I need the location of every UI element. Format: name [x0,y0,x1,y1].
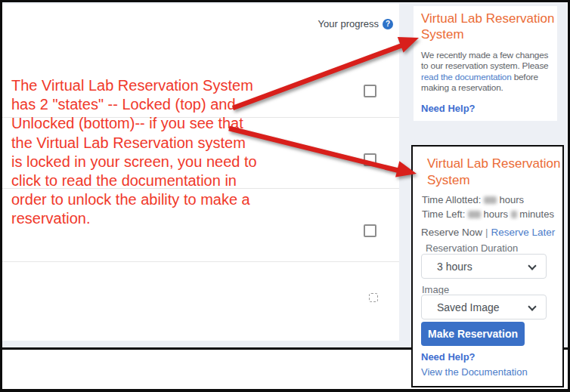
auto-completion-checkbox [369,293,378,302]
time-allotted-label: Time Allotted: [422,194,481,205]
read-documentation-link[interactable]: read the documentation [421,72,512,82]
duration-selected-value: 3 hours [437,261,472,273]
time-left-hours-redacted [468,211,481,218]
time-left-hours-unit: hours [484,208,509,220]
reserve-now-tab[interactable]: Reserve Now [421,227,482,238]
reserve-tabs: Reserve Now|Reserve Later [421,227,555,238]
section-divider [2,261,399,262]
block-title: Virtual Lab Reservation System [421,11,556,42]
block-title: Virtual Lab Reservation System [427,156,562,189]
time-allotted-row: Time Allotted: hours [422,193,554,207]
vlab-block-unlocked: Virtual Lab Reservation System Time Allo… [411,145,564,387]
tab-separator: | [482,227,491,238]
time-allotted-value-redacted [484,196,497,204]
body-text: We recently made a few changes to our re… [421,50,548,71]
completion-checkbox[interactable] [364,153,376,166]
need-help-link[interactable]: Need Help? [421,351,476,363]
duration-select[interactable]: 3 hours [421,254,547,279]
annotation-text: The Virtual Lab Reservation System has 2… [11,76,293,229]
your-progress-label: Your progress [318,18,379,29]
reserve-later-tab[interactable]: Reserve Later [491,227,556,238]
time-left-minutes-unit: minutes [519,208,554,220]
time-left-minutes-redacted [511,211,517,218]
time-info: Time Allotted: hours Time Left: hours mi… [422,193,554,221]
time-left-label: Time Left: [422,208,465,220]
image-label: Image [422,284,449,295]
help-icon[interactable]: ? [383,19,393,29]
your-progress: Your progress ? [318,18,393,29]
time-allotted-unit: hours [500,194,525,205]
block-body: We recently made a few changes to our re… [421,50,554,94]
time-left-row: Time Left: hours minutes [422,207,554,221]
vlab-block-locked: Virtual Lab Reservation System We recent… [414,6,557,121]
chevron-down-icon [528,261,536,270]
reservation-duration-label: Reservation Duration [426,242,518,254]
image-select[interactable]: Saved Image [421,295,547,319]
image-selected-value: Saved Image [437,301,500,313]
need-help-link[interactable]: Need Help? [421,103,557,114]
annotated-screenshot: Your progress ? The Virtual Lab Reservat… [0,0,570,392]
chevron-down-icon [528,302,536,310]
completion-checkbox[interactable] [364,224,376,237]
view-documentation-link[interactable]: View the Documentation [421,366,528,378]
completion-checkbox[interactable] [364,85,376,97]
make-reservation-button[interactable]: Make Reservation [421,322,525,346]
